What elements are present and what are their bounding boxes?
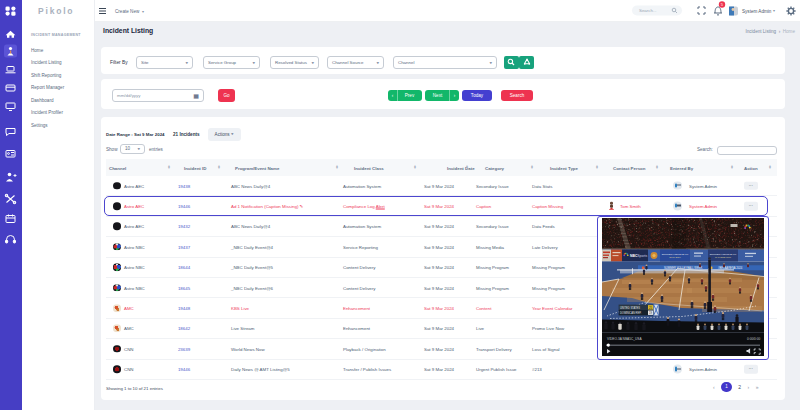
svg-text:2008-2024: 2008-2024 [669, 256, 681, 259]
svg-text:SUMMER VOLLEYBALL: SUMMER VOLLEYBALL [662, 252, 689, 255]
svg-text:0:00/0:00: 0:00/0:00 [747, 336, 761, 340]
svg-text:System Admin: System Admin [742, 9, 772, 14]
svg-text:Search...: Search... [639, 8, 657, 13]
svg-text:UNITED STATES: UNITED STATES [620, 305, 640, 309]
svg-text:DOMINICAN REP.: DOMINICAN REP. [620, 311, 642, 315]
svg-text:NATIONS CUP: NATIONS CUP [715, 256, 732, 259]
svg-text:VIDEO-3A NBA5C_USA: VIDEO-3A NBA5C_USA [607, 336, 642, 340]
svg-text:▾: ▾ [142, 9, 144, 14]
svg-text:▾: ▾ [773, 8, 775, 13]
svg-text:SUMMER VOLLEYBALL: SUMMER VOLLEYBALL [710, 252, 737, 255]
svg-text:NBCSports: NBCSports [630, 254, 647, 258]
svg-text:#BELAARENA 2024: #BELAARENA 2024 [718, 266, 743, 270]
svg-text:Create New: Create New [115, 9, 140, 14]
